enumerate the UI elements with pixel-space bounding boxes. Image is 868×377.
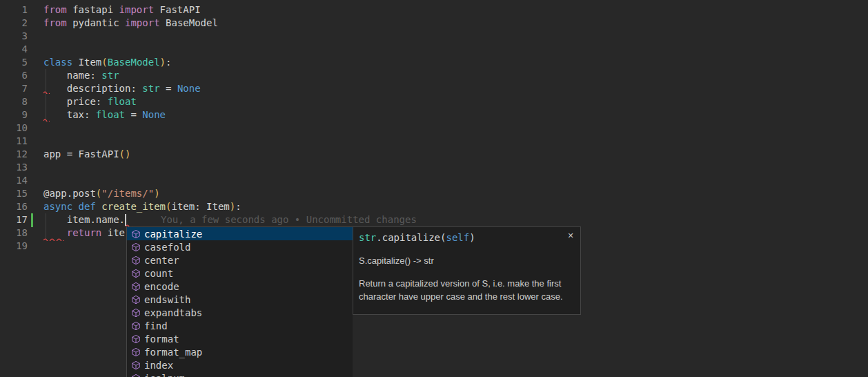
error-squiggle-icon bbox=[43, 238, 64, 241]
code-line[interactable]: description: str = None bbox=[43, 82, 201, 95]
suggest-item-capitalize[interactable]: capitalize bbox=[127, 227, 353, 240]
suggest-item-label: casefold bbox=[144, 242, 190, 253]
signature-token: self bbox=[446, 232, 469, 243]
text-cursor bbox=[125, 214, 126, 226]
suggest-item-count[interactable]: count bbox=[127, 267, 353, 280]
suggest-item-find[interactable]: find bbox=[127, 319, 353, 332]
code-token: item.name. bbox=[43, 214, 125, 225]
code-token: create_item bbox=[101, 201, 166, 212]
code-token: ) bbox=[160, 57, 166, 68]
symbol-method-icon bbox=[130, 373, 141, 377]
code-token: import bbox=[125, 17, 160, 28]
code-token: None bbox=[177, 83, 201, 94]
code-token: : bbox=[235, 201, 241, 212]
suggest-item-expandtabs[interactable]: expandtabs bbox=[127, 306, 353, 319]
code-token: BaseModel bbox=[160, 17, 218, 28]
code-token: item: Item bbox=[171, 201, 229, 212]
suggest-item-label: encode bbox=[144, 281, 179, 292]
suggest-item-index[interactable]: index bbox=[127, 358, 353, 371]
code-token: price: bbox=[43, 96, 108, 107]
code-token: tax: bbox=[43, 109, 96, 120]
close-icon[interactable]: ✕ bbox=[566, 231, 575, 240]
code-token: = bbox=[160, 83, 177, 94]
code-line[interactable]: price: float bbox=[43, 95, 137, 108]
code-token: str bbox=[101, 70, 119, 81]
suggest-item-label: find bbox=[144, 320, 168, 331]
code-token: float bbox=[108, 96, 137, 107]
error-squiggle-icon bbox=[43, 90, 50, 94]
code-token: : bbox=[166, 57, 171, 68]
code-token: from bbox=[43, 17, 67, 28]
code-token: None bbox=[142, 109, 166, 120]
symbol-method-icon bbox=[130, 268, 141, 278]
suggest-item-label: expandtabs bbox=[144, 307, 202, 318]
code-token: str bbox=[142, 83, 159, 94]
code-token: Item bbox=[72, 57, 101, 68]
code-line[interactable]: app = FastAPI() bbox=[43, 148, 130, 161]
method-summary: S.capitalize() -> str bbox=[359, 254, 575, 267]
suggest-item-isalnum[interactable]: isalnum bbox=[127, 371, 353, 377]
autocomplete-list[interactable]: capitalizecasefoldcentercountencodeendsw… bbox=[126, 226, 353, 377]
indent-guide bbox=[46, 69, 46, 122]
method-signature: str.capitalize(self) bbox=[359, 231, 575, 244]
code-token: description: bbox=[43, 83, 142, 94]
suggestion-docs-panel: str.capitalize(self) S.capitalize() -> s… bbox=[353, 226, 581, 315]
suggest-item-label: index bbox=[144, 360, 173, 371]
code-line[interactable]: @app.post("/items/") bbox=[43, 187, 160, 200]
code-token: float bbox=[96, 109, 125, 120]
code-line[interactable]: async def create_item(item: Item): bbox=[43, 200, 241, 213]
symbol-method-icon bbox=[130, 360, 141, 370]
code-line[interactable]: item.name. bbox=[43, 213, 125, 226]
autocomplete-widget: capitalizecasefoldcentercountencodeendsw… bbox=[126, 226, 581, 377]
symbol-method-icon bbox=[130, 229, 141, 239]
suggest-item-label: center bbox=[144, 255, 179, 266]
method-description: Return a capitalized version of S, i.e. … bbox=[359, 277, 577, 303]
symbol-method-icon bbox=[130, 294, 141, 304]
signature-token: ) bbox=[469, 232, 475, 243]
code-token: ( bbox=[101, 57, 107, 68]
symbol-method-icon bbox=[130, 307, 141, 318]
code-line[interactable]: from pydantic import BaseModel bbox=[43, 17, 218, 30]
code-line[interactable]: class Item(BaseModel): bbox=[43, 56, 171, 69]
code-token: return bbox=[67, 227, 102, 238]
code-token: ite bbox=[101, 227, 125, 238]
indent-guide bbox=[46, 213, 46, 240]
symbol-method-icon bbox=[130, 242, 141, 252]
suggest-item-format[interactable]: format bbox=[127, 332, 353, 345]
signature-token: str bbox=[359, 232, 376, 243]
symbol-method-icon bbox=[130, 334, 141, 344]
code-line[interactable]: tax: float = None bbox=[43, 108, 166, 122]
git-blame-annotation: You, a few seconds ago • Uncommitted cha… bbox=[161, 213, 417, 226]
suggest-item-label: isalnum bbox=[144, 373, 185, 377]
suggest-item-label: format bbox=[144, 334, 179, 345]
code-token: class bbox=[43, 57, 72, 68]
code-token: fastapi bbox=[67, 4, 119, 15]
code-editor[interactable]: 12345678910111213141516171819 from fasta… bbox=[0, 0, 868, 377]
code-token: "/items/" bbox=[101, 188, 154, 199]
suggest-item-encode[interactable]: encode bbox=[127, 280, 353, 293]
code-token bbox=[43, 227, 67, 238]
suggest-item-casefold[interactable]: casefold bbox=[127, 240, 353, 253]
code-token: ) bbox=[230, 201, 235, 212]
code-token: @app.post bbox=[43, 188, 96, 199]
symbol-method-icon bbox=[130, 255, 141, 265]
suggest-item-label: endswith bbox=[144, 294, 190, 305]
suggest-item-label: capitalize bbox=[144, 229, 202, 240]
suggest-item-label: format_map bbox=[144, 347, 202, 358]
code-token: from bbox=[43, 4, 67, 15]
error-squiggle-icon bbox=[43, 118, 50, 122]
symbol-method-icon bbox=[130, 281, 141, 291]
code-line[interactable]: name: str bbox=[43, 69, 119, 82]
code-token: pydantic bbox=[67, 17, 125, 28]
code-token: async def bbox=[43, 201, 101, 212]
code-token: name: bbox=[43, 70, 101, 81]
suggest-item-endswith[interactable]: endswith bbox=[127, 293, 353, 306]
code-token: FastAPI bbox=[154, 4, 200, 15]
code-token: BaseModel bbox=[108, 57, 160, 68]
suggest-item-label: count bbox=[144, 268, 173, 279]
code-line[interactable]: from fastapi import FastAPI bbox=[43, 3, 201, 17]
symbol-method-icon bbox=[130, 347, 141, 357]
suggest-item-center[interactable]: center bbox=[127, 253, 353, 267]
suggest-item-format_map[interactable]: format_map bbox=[127, 345, 353, 358]
code-token: () bbox=[119, 148, 131, 160]
